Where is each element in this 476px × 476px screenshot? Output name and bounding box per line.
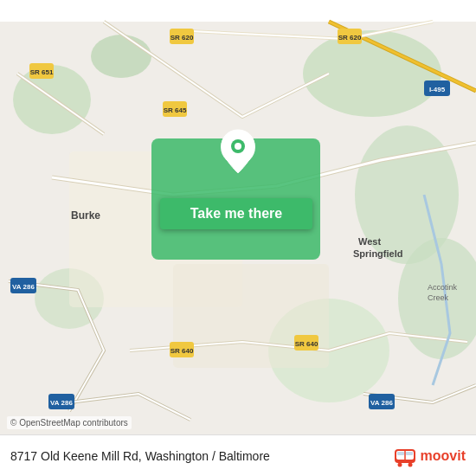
svg-text:SR 645: SR 645 [164, 106, 187, 114]
svg-text:VA 286: VA 286 [50, 399, 73, 407]
svg-text:Accotink: Accotink [428, 283, 458, 292]
svg-text:VA 286: VA 286 [12, 283, 35, 291]
svg-text:West: West [358, 236, 381, 247]
take-me-there-button[interactable]: Take me there [160, 198, 312, 229]
svg-point-42 [408, 462, 412, 466]
bottom-bar: 8717 Old Keene Mill Rd, Washington / Bal… [0, 434, 476, 476]
map-background: SR 620 SR 620 SR 645 SR 651 I-495 SR 640… [0, 0, 476, 476]
svg-text:Burke: Burke [71, 209, 100, 222]
svg-text:SR 620: SR 620 [338, 34, 362, 42]
map-container: SR 620 SR 620 SR 645 SR 651 I-495 SR 640… [0, 0, 476, 476]
svg-text:SR 640: SR 640 [170, 347, 194, 355]
svg-rect-45 [406, 452, 413, 455]
svg-rect-44 [397, 452, 404, 455]
svg-text:SR 651: SR 651 [30, 68, 54, 76]
svg-rect-9 [173, 264, 329, 368]
address-text: 8717 Old Keene Mill Rd, Washington / Bal… [10, 449, 270, 463]
svg-point-38 [235, 143, 241, 150]
location-pin [219, 128, 257, 176]
svg-text:I-495: I-495 [429, 86, 446, 93]
moovit-wordmark: moovit [421, 448, 466, 464]
svg-point-5 [91, 35, 151, 78]
svg-text:SR 640: SR 640 [295, 340, 318, 348]
svg-text:Creek: Creek [428, 293, 449, 302]
moovit-logo: moovit [393, 444, 466, 468]
copyright-text: © OpenStreetMap contributors [7, 416, 132, 429]
svg-text:VA 286: VA 286 [370, 399, 393, 407]
svg-point-41 [397, 462, 402, 466]
svg-text:Springfield: Springfield [353, 248, 402, 259]
moovit-icon [393, 444, 417, 468]
svg-text:SR 620: SR 620 [170, 34, 194, 42]
